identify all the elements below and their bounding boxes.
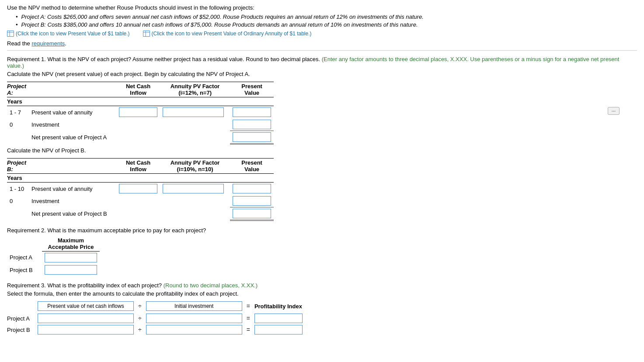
- equals-op-b: =: [242, 326, 254, 333]
- req3-project-b-row: Project B ÷ =: [7, 325, 637, 334]
- read-requirements: Read the requirements.: [7, 40, 637, 47]
- b-row1-pv-input[interactable]: [233, 184, 271, 193]
- req3-sub: Select the formula, then enter the amoun…: [7, 290, 637, 297]
- top-divider: [7, 50, 637, 51]
- b-row1-pvf-input[interactable]: [163, 184, 224, 193]
- formula-equals-op: =: [242, 303, 254, 310]
- ncf-cell[interactable]: [116, 106, 160, 119]
- project-b-section: Project B: Net Cash Inflow Annuity PV Fa…: [7, 158, 637, 221]
- project-a-desc: Project A: Costs $265,000 and offers sev…: [16, 14, 637, 20]
- desc-cell: Net present value of Project A: [29, 131, 116, 144]
- pv2-link[interactable]: (Click the icon to view Present Value of…: [143, 31, 312, 37]
- req2-label: Requirement 2. What is the maximum accep…: [7, 227, 637, 234]
- project-b-table: Project B: Net Cash Inflow Annuity PV Fa…: [7, 158, 274, 221]
- table-row: 0 Investment: [7, 195, 274, 207]
- project-a-section: Project A: Net Cash Inflow Annuity PV Fa…: [7, 82, 637, 145]
- req2-project-a-input[interactable]: [45, 253, 97, 262]
- net-pv-cell[interactable]: [230, 131, 274, 144]
- project-a-table: Project A: Net Cash Inflow Annuity PV Fa…: [7, 82, 274, 145]
- desc-cell: Net present value of Project B: [29, 207, 116, 221]
- col-pv-header-b: Annuity PV Factor (i=10%, n=10): [160, 159, 230, 174]
- present-value-cell[interactable]: [230, 183, 274, 195]
- table-row: 1 - 7 Present value of annuity: [7, 106, 274, 119]
- req3-b-denominator-input[interactable]: [146, 325, 242, 334]
- formula-result-label: Profitability Index: [254, 303, 302, 310]
- req2-project-a-label: Project A: [7, 252, 42, 264]
- req3-a-numerator-input[interactable]: [38, 314, 134, 323]
- svg-rect-5: [143, 31, 150, 36]
- req3-a-denominator-input[interactable]: [146, 314, 242, 323]
- req1-sub: Caclulate the NPV (net present value) of…: [7, 71, 637, 77]
- req2-project-b-label: Project B: [7, 264, 42, 276]
- table-icon-1: [7, 31, 14, 37]
- net-pv-cell[interactable]: [230, 207, 274, 221]
- b-row1-ncf-input[interactable]: [119, 184, 157, 193]
- year-cell: 1 - 10: [7, 183, 29, 195]
- a-row1-ncf-input[interactable]: [119, 107, 157, 117]
- b-row2-pv-input[interactable]: [233, 196, 271, 206]
- requirement-2-section: Requirement 2. What is the maximum accep…: [7, 227, 637, 276]
- req2-table: Maximum Acceptable Price Project A Proje…: [7, 236, 100, 276]
- max-price-header: Maximum Acceptable Price: [42, 236, 100, 252]
- table-row: Net present value of Project B: [7, 207, 274, 221]
- table-icon-2: [143, 31, 150, 37]
- divide-op-b: ÷: [134, 326, 146, 333]
- req3-a-label: Project A: [7, 315, 38, 322]
- req3-label: Requirement 3. What is the profitability…: [7, 282, 637, 289]
- desc-cell: Investment: [29, 195, 116, 207]
- table-row: 0 Investment: [7, 118, 274, 131]
- project-list: Project A: Costs $265,000 and offers sev…: [16, 14, 637, 28]
- req3-b-label: Project B: [7, 327, 38, 333]
- present-value-cell[interactable]: [230, 195, 274, 207]
- project-b-title: Project B:: [7, 159, 29, 174]
- a-row1-pv-input[interactable]: [233, 107, 271, 117]
- icon-links-row: (Click the icon to view Present Value of…: [7, 31, 637, 37]
- divide-op-a: ÷: [134, 315, 146, 322]
- formula-header-col2[interactable]: Initial investment: [146, 301, 242, 311]
- intro-instruction: Use the NPV method to determine whether …: [7, 4, 637, 11]
- present-value-cell[interactable]: [230, 106, 274, 119]
- col-ncf-header-a: Net Cash Inflow: [116, 82, 160, 97]
- year-cell: 0: [7, 118, 29, 131]
- col-pval-header-b: Present Value: [230, 159, 274, 174]
- formula-divide-op: ÷: [134, 303, 146, 310]
- b-row3-pv-input[interactable]: [233, 209, 271, 218]
- col-ncf-header-b: Net Cash Inflow: [116, 159, 160, 174]
- calc-b-text: Calculate the NPV of Project B.: [7, 147, 637, 154]
- req2-project-b-input[interactable]: [45, 265, 97, 275]
- table-row: Net present value of Project A: [7, 131, 274, 144]
- requirements-link[interactable]: requirements: [31, 40, 65, 47]
- project-b-desc: Project B: Costs $385,000 and offers 10 …: [16, 21, 637, 28]
- svg-rect-1: [7, 31, 14, 36]
- a-row2-pv-input[interactable]: [233, 120, 271, 129]
- equals-op-a: =: [242, 315, 254, 322]
- req3-b-numerator-input[interactable]: [38, 325, 134, 334]
- col-pval-header-a: Present Value: [230, 82, 274, 97]
- table-row: 1 - 10 Present value of annuity: [7, 183, 274, 195]
- pv1-link[interactable]: (Click the icon to view Present Value of…: [7, 31, 130, 37]
- req1-label: Requirement 1. What is the NPV of each p…: [7, 56, 637, 69]
- table-row: Project B: [7, 264, 100, 276]
- pv-factor-cell[interactable]: [160, 106, 230, 119]
- desc-cell: Present value of annuity: [29, 106, 116, 119]
- req3-b-result-input[interactable]: [254, 325, 303, 334]
- a-row3-pv-input[interactable]: [233, 132, 271, 142]
- desc-cell: Investment: [29, 118, 116, 131]
- expand-button[interactable]: ···: [608, 107, 620, 115]
- desc-cell: Present value of annuity: [29, 183, 116, 195]
- present-value-cell[interactable]: [230, 118, 274, 131]
- year-cell: 0: [7, 195, 29, 207]
- ncf-cell[interactable]: [116, 183, 160, 195]
- table-row: Project A: [7, 252, 100, 264]
- req3-project-a-row: Project A ÷ =: [7, 314, 637, 323]
- requirement-3-section: Requirement 3. What is the profitability…: [7, 282, 637, 334]
- formula-header-col1[interactable]: Present value of net cash inflows: [38, 301, 134, 311]
- a-row1-pvf-input[interactable]: [163, 107, 224, 117]
- col-years-header-b: Years: [7, 174, 29, 183]
- col-years-header-a: Years: [7, 97, 29, 106]
- col-pv-header-a: Annuity PV Factor (i=12%, n=7): [160, 82, 230, 97]
- year-cell: 1 - 7: [7, 106, 29, 119]
- project-a-title: Project A:: [7, 82, 29, 97]
- pv-factor-cell[interactable]: [160, 183, 230, 195]
- req3-a-result-input[interactable]: [254, 314, 303, 323]
